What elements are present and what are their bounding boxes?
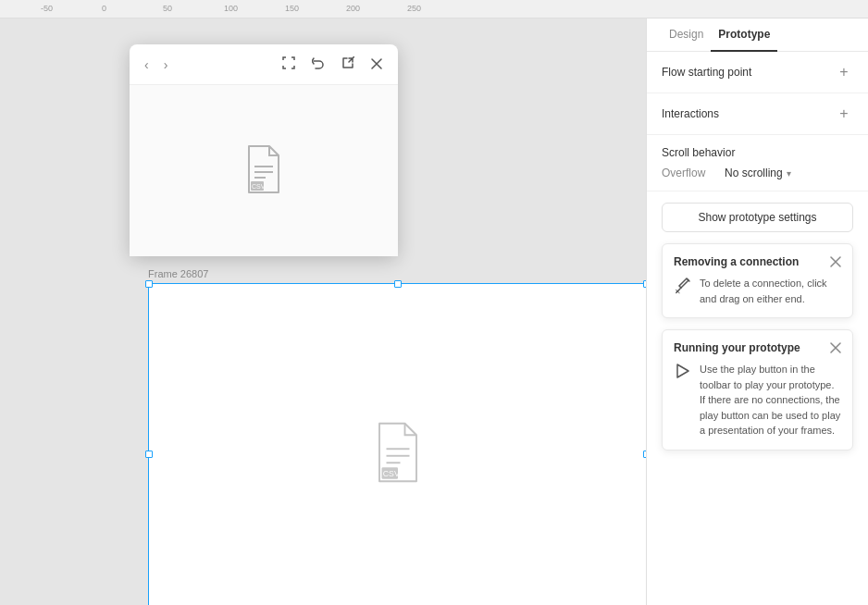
preview-undo-button[interactable]	[307, 54, 329, 75]
preview-toolbar: ‹ ›	[130, 44, 398, 85]
ruler-tick: 150	[285, 4, 299, 13]
ruler-tick: 200	[346, 4, 360, 13]
overflow-chevron-icon: ▾	[787, 168, 791, 179]
frame-handle-tl[interactable]	[145, 280, 153, 288]
interactions-label: Interactions	[662, 107, 719, 120]
ruler-tick: 100	[224, 4, 238, 13]
svg-text:CSV: CSV	[252, 183, 266, 190]
frame-container: Frame 26807 287 × 188	[148, 268, 646, 605]
show-prototype-settings-button[interactable]: Show prototype settings	[662, 203, 853, 232]
preview-content: CSV	[130, 85, 398, 256]
remove-connection-icon: ✕	[674, 277, 692, 295]
ruler-tick: -50	[41, 4, 53, 13]
frame-label: Frame 26807	[148, 268, 646, 279]
flow-starting-point-section: Flow starting point +	[647, 52, 868, 93]
running-prototype-close-button[interactable]	[830, 342, 841, 353]
play-icon	[674, 363, 692, 381]
removing-connection-text: To delete a connection, click and drag o…	[700, 276, 841, 306]
running-prototype-title: Running your prototype	[674, 341, 800, 354]
tab-prototype[interactable]: Prototype	[711, 19, 777, 52]
preview-window: ‹ ›	[130, 44, 398, 256]
running-prototype-body: Use the play button in the toolbar to pl…	[674, 362, 841, 438]
svg-text:✕: ✕	[675, 288, 681, 295]
scroll-behavior-section: Scroll behavior Overflow No scrolling ▾	[647, 135, 868, 191]
ruler-tick: 250	[407, 4, 421, 13]
frame-handle-tr[interactable]	[643, 280, 646, 288]
ruler-canvas: -50 0 50 100 150 200 250	[0, 0, 648, 19]
removing-connection-title: Removing a connection	[674, 255, 799, 268]
running-prototype-header: Running your prototype	[674, 341, 841, 354]
ruler: -50 0 50 100 150 200 250	[0, 0, 868, 19]
ruler-tick: 0	[102, 4, 106, 13]
preview-external-button[interactable]	[337, 54, 359, 75]
removing-connection-close-button[interactable]	[830, 256, 841, 267]
preview-fit-button[interactable]	[278, 54, 300, 75]
interactions-section: Interactions +	[647, 93, 868, 135]
frame-handle-mr[interactable]	[643, 451, 646, 458]
running-prototype-text: Use the play button in the toolbar to pl…	[700, 362, 841, 438]
frame-handle-mt[interactable]	[394, 280, 402, 288]
overflow-select[interactable]: No scrolling ▾	[725, 167, 791, 179]
overflow-label: Overflow	[662, 167, 717, 179]
flow-starting-point-add-button[interactable]: +	[835, 63, 853, 81]
frame-handle-ml[interactable]	[145, 451, 153, 458]
svg-text:CSV: CSV	[383, 469, 400, 478]
ruler-tick: 50	[163, 4, 172, 13]
canvas-area[interactable]: ‹ ›	[0, 19, 646, 605]
tab-design[interactable]: Design	[662, 19, 711, 52]
overflow-row: Overflow No scrolling ▾	[662, 167, 853, 179]
overflow-value: No scrolling	[725, 167, 783, 179]
interactions-add-button[interactable]: +	[835, 105, 853, 123]
preview-forward-button[interactable]: ›	[160, 56, 172, 74]
running-prototype-tooltip: Running your prototype Use the play butt…	[662, 329, 853, 451]
preview-file-icon: CSV	[242, 144, 286, 198]
preview-close-button[interactable]	[366, 55, 387, 75]
removing-connection-header: Removing a connection	[674, 255, 841, 268]
preview-back-button[interactable]: ‹	[141, 56, 153, 74]
removing-connection-tooltip: Removing a connection ✕ To delete	[662, 243, 853, 318]
flow-starting-point-label: Flow starting point	[662, 66, 751, 79]
right-panel: Design Prototype Flow starting point + I…	[646, 19, 868, 605]
svg-marker-12	[677, 364, 688, 377]
frame-file-icon: CSV	[370, 421, 426, 488]
panel-tabs: Design Prototype	[647, 19, 868, 52]
frame-box[interactable]: 287 × 188 CSV	[148, 283, 646, 605]
removing-connection-body: ✕ To delete a connection, click and drag…	[674, 276, 841, 306]
scroll-behavior-title: Scroll behavior	[662, 146, 853, 159]
main-area: ‹ ›	[0, 19, 868, 605]
